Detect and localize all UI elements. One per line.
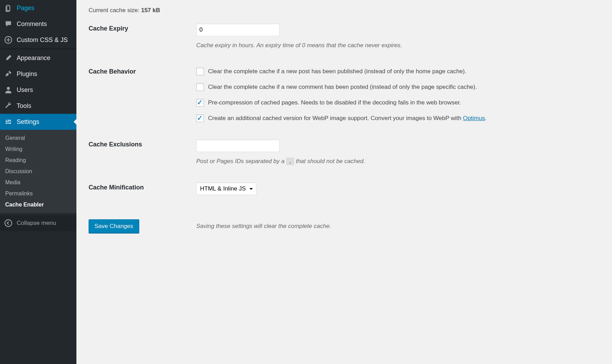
sidebar-item-label: Pages [17, 5, 34, 12]
brush-icon [4, 54, 13, 62]
submenu-item-writing[interactable]: Writing [0, 144, 76, 155]
cache-minification-label: Cache Minification [89, 183, 196, 191]
behavior-opt-precompress-checkbox[interactable] [196, 99, 204, 107]
cache-exclusions-label: Cache Exclusions [89, 139, 196, 148]
admin-sidebar: Pages Comments Custom CSS & JS Appearanc… [0, 0, 76, 364]
user-icon [4, 86, 13, 94]
behavior-opt-webp[interactable]: Create an additional cached version for … [196, 113, 502, 123]
collapse-icon [4, 219, 13, 227]
sidebar-item-label: Settings [17, 118, 39, 126]
sidebar-item-label: Appearance [17, 54, 50, 62]
behavior-opt-webp-checkbox[interactable] [196, 115, 204, 122]
behavior-opt-new-comment-text: Clear the complete cache if a new commen… [208, 82, 502, 92]
behavior-opt-precompress[interactable]: Pre-compression of cached pages. Needs t… [196, 98, 502, 107]
behavior-opt-precompress-text: Pre-compression of cached pages. Needs t… [208, 98, 502, 107]
row-cache-expiry: Cache Expiry Cache expiry in hours. An e… [89, 24, 600, 50]
sidebar-item-label: Custom CSS & JS [17, 36, 68, 44]
submenu-item-media[interactable]: Media [0, 177, 76, 188]
cache-size-display: Current cache size: 157 kB [89, 7, 600, 14]
sidebar-item-label: Users [17, 86, 33, 94]
cache-size-prefix: Current cache size: [89, 7, 141, 14]
save-row: Save Changes Saving these settings will … [89, 219, 600, 233]
sidebar-item-pages[interactable]: Pages [0, 0, 76, 16]
cache-size-value: 157 kB [141, 7, 160, 14]
sidebar-item-appearance[interactable]: Appearance [0, 50, 76, 66]
cache-expiry-label: Cache Expiry [89, 24, 196, 32]
row-cache-minification: Cache Minification HTML & Inline JS [89, 183, 600, 195]
sidebar-item-label: Comments [17, 20, 47, 28]
plus-circle-icon [4, 36, 13, 44]
sidebar-item-users[interactable]: Users [0, 82, 76, 98]
separator-code: , [286, 158, 294, 165]
collapse-menu-button[interactable]: Collapse menu [0, 215, 76, 231]
row-cache-exclusions: Cache Exclusions Post or Pages IDs separ… [89, 139, 600, 166]
collapse-menu-label: Collapse menu [17, 220, 56, 227]
sidebar-item-plugins[interactable]: Plugins [0, 66, 76, 82]
row-cache-behavior: Cache Behavior Clear the complete cache … [89, 67, 600, 123]
behavior-opt-webp-text: Create an additional cached version for … [208, 113, 502, 123]
sidebar-item-label: Plugins [17, 70, 37, 78]
settings-submenu: General Writing Reading Discussion Media… [0, 130, 76, 213]
behavior-opt-new-comment-checkbox[interactable] [196, 83, 204, 91]
sidebar-item-comments[interactable]: Comments [0, 16, 76, 32]
behavior-opt-new-post[interactable]: Clear the complete cache if a new post h… [196, 67, 502, 76]
cache-expiry-input[interactable] [196, 24, 280, 36]
sidebar-item-settings[interactable]: Settings [0, 114, 76, 130]
behavior-opt-new-post-checkbox[interactable] [196, 68, 204, 75]
submenu-item-permalinks[interactable]: Permalinks [0, 188, 76, 199]
save-button[interactable]: Save Changes [89, 219, 139, 233]
pages-icon [4, 4, 13, 12]
submenu-item-general[interactable]: General [0, 133, 76, 144]
comment-icon [4, 20, 13, 28]
plug-icon [4, 70, 13, 78]
submenu-item-cache-enabler[interactable]: Cache Enabler [0, 199, 76, 210]
submenu-item-reading[interactable]: Reading [0, 155, 76, 166]
cache-minification-select[interactable]: HTML & Inline JS [196, 183, 256, 195]
settings-main: Current cache size: 157 kB Cache Expiry … [76, 0, 612, 364]
cache-exclusions-input[interactable] [196, 139, 280, 152]
cache-exclusions-desc: Post or Pages IDs separated by a , that … [196, 157, 502, 166]
sidebar-item-label: Tools [17, 102, 31, 110]
cache-expiry-desc: Cache expiry in hours. An expiry time of… [196, 41, 502, 50]
sliders-icon [4, 118, 13, 126]
save-desc: Saving these settings will clear the com… [196, 223, 331, 230]
behavior-opt-new-post-text: Clear the complete cache if a new post h… [208, 67, 502, 76]
cache-behavior-label: Cache Behavior [89, 67, 196, 75]
behavior-opt-new-comment[interactable]: Clear the complete cache if a new commen… [196, 82, 502, 92]
submenu-item-discussion[interactable]: Discussion [0, 166, 76, 177]
svg-point-2 [5, 220, 12, 227]
sidebar-item-custom-css-js[interactable]: Custom CSS & JS [0, 32, 76, 48]
sidebar-item-tools[interactable]: Tools [0, 98, 76, 114]
wrench-icon [4, 102, 13, 110]
svg-point-1 [7, 87, 10, 90]
optimus-link[interactable]: Optimus [463, 115, 485, 121]
